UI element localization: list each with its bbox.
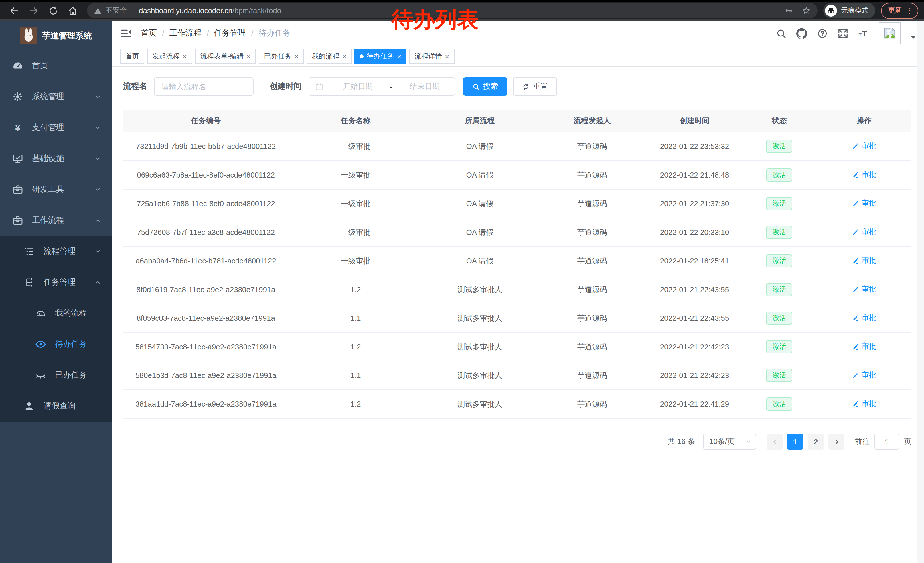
process-name-input[interactable] [154,77,254,96]
col-task-id: 任务编号 [123,110,288,132]
table-body: 73211d9d-7b9b-11ec-b5b7-acde48001122 一级审… [123,132,911,418]
cell-process: 测试多审批人 [423,361,537,390]
approve-link[interactable]: 审批 [852,227,876,237]
sidebar-item-payment[interactable]: ¥ 支付管理 [0,112,112,143]
cell-starter: 芋道源码 [537,132,648,161]
close-icon[interactable]: × [397,53,401,60]
eye-open-icon [34,338,47,350]
cell-starter: 芋道源码 [537,390,648,418]
approve-link[interactable]: 审批 [852,198,876,209]
tag-home[interactable]: 首页 [120,49,144,63]
search-button[interactable]: 搜索 [463,77,507,96]
dashboard-icon [12,60,24,72]
sidebar-toggle-icon[interactable] [120,27,132,39]
tag-process-form-edit[interactable]: 流程表单-编辑× [195,49,256,63]
reset-button[interactable]: 重置 [513,77,557,96]
prev-page-button[interactable] [766,434,783,450]
cell-starter: 芋道源码 [537,246,648,275]
avatar[interactable] [879,23,900,44]
back-icon[interactable] [9,6,20,16]
approve-link[interactable]: 审批 [852,313,876,323]
browser-menu-icon[interactable]: ⋮ [906,7,913,14]
tag-todo-tasks[interactable]: 待办任务× [355,49,406,63]
edit-icon [852,314,859,322]
approve-link[interactable]: 审批 [852,141,876,152]
cell-process: 测试多审批人 [423,390,537,418]
yen-icon: ¥ [12,122,24,134]
cell-task-id: 580e1b3d-7ac8-11ec-a9e2-a2380e71991a [123,361,288,390]
help-icon[interactable] [817,28,828,39]
end-date-placeholder[interactable]: 结束日期 [395,81,454,92]
start-date-placeholder[interactable]: 开始日期 [328,81,388,92]
page-button-2[interactable]: 2 [808,434,824,450]
sidebar-item-todo-tasks[interactable]: 待办任务 [0,329,112,360]
cell-starter: 芋道源码 [537,332,648,361]
github-icon[interactable] [796,28,807,39]
cell-created: 2022-01-21 22:43:55 [647,275,742,304]
fullscreen-icon[interactable] [837,28,848,39]
sidebar-item-system[interactable]: 系统管理 [0,81,112,112]
cell-created: 2022-01-22 20:33:10 [647,218,742,246]
sidebar-item-process-mgmt[interactable]: 流程管理 [0,236,112,267]
security-label[interactable]: 不安全 [105,6,127,15]
breadcrumb-home[interactable]: 首页 [141,28,157,38]
approve-link[interactable]: 审批 [852,256,876,266]
sidebar-item-home[interactable]: 首页 [0,50,112,81]
cell-process: OA 请假 [423,246,537,275]
edit-icon [852,228,859,236]
chevron-down-icon [94,186,101,193]
search-icon[interactable] [776,28,787,39]
page-word: 页 [904,437,911,447]
sidebar-item-done-tasks[interactable]: 已办任务 [0,360,112,390]
sidebar-item-label: 待办任务 [55,339,87,349]
tag-process-detail[interactable]: 流程详情× [410,49,454,63]
tag-my-process[interactable]: 我的流程× [307,49,352,63]
font-size-icon[interactable]: TT [858,28,869,39]
sidebar-item-my-process[interactable]: 我的流程 [0,298,112,329]
close-icon[interactable]: × [294,53,298,60]
sidebar-item-infra[interactable]: 基础设施 [0,143,112,174]
breadcrumb-workflow[interactable]: 工作流程 [170,28,201,38]
breadcrumb-task-mgmt[interactable]: 任务管理 [214,28,246,38]
approve-link[interactable]: 审批 [852,370,876,381]
warning-icon[interactable] [94,7,102,15]
caret-down-icon[interactable] [910,36,916,39]
page-size-select[interactable]: 10条/页 [703,434,756,450]
close-icon[interactable]: × [183,53,187,60]
edit-icon [852,400,859,408]
close-icon[interactable]: × [342,53,346,60]
sidebar-item-leave-query[interactable]: 请假查询 [0,390,112,422]
home-icon[interactable] [68,6,78,16]
tag-done-tasks[interactable]: 已办任务× [259,49,304,63]
status-badge: 激活 [766,254,793,267]
reload-icon[interactable] [48,6,58,16]
incognito-label: 无痕模式 [841,6,868,15]
app-logo-row[interactable]: 芋道管理系统 [0,21,112,50]
approve-link[interactable]: 审批 [852,342,876,352]
address-bar[interactable]: 不安全 dashboard.yudao.iocoder.cn/bpm/task/… [87,3,818,18]
approve-link[interactable]: 审批 [852,399,876,409]
date-range-picker[interactable]: 开始日期 - 结束日期 [309,77,455,96]
page-button-1[interactable]: 1 [787,434,803,450]
sidebar-item-workflow[interactable]: 工作流程 [0,205,112,236]
tag-start-process[interactable]: 发起流程× [147,49,192,63]
next-page-button[interactable] [828,434,844,450]
approve-link[interactable]: 审批 [852,170,876,180]
key-icon[interactable] [784,6,793,15]
approve-link[interactable]: 审批 [852,284,876,295]
sidebar-item-task-mgmt[interactable]: 任务管理 [0,267,112,298]
edit-icon [852,143,859,150]
url-text[interactable]: dashboard.yudao.iocoder.cn/bpm/task/todo [139,6,281,15]
cell-task-name: 1.1 [288,361,423,390]
page-scroll-gutter[interactable] [916,21,924,563]
goto-page-input[interactable] [874,434,899,450]
chevron-up-icon [94,217,101,224]
close-icon[interactable]: × [445,53,449,60]
cell-task-name: 1.2 [288,332,423,361]
sidebar-item-devtools[interactable]: 研发工具 [0,174,112,205]
star-icon[interactable] [802,6,811,15]
update-button[interactable]: 更新 ⋮ [881,3,918,19]
forward-icon[interactable] [28,6,39,16]
close-icon[interactable]: × [246,53,251,60]
status-badge: 激活 [766,397,793,411]
